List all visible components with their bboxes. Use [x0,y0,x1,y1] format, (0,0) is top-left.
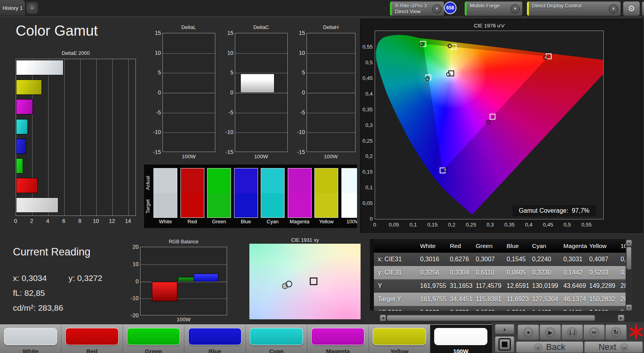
axis-tick-label: 4 [44,218,52,224]
source-dropdown[interactable]: Mobile Forge ▼ [464,1,523,16]
axis-tick-label: 10 [222,49,233,57]
table-cell: 5,2929 [420,306,439,311]
swatch-cyan [261,168,285,218]
tab-history-1[interactable]: History 1 [0,0,25,16]
add-tab-button[interactable]: + [26,2,38,14]
patch-button-green[interactable]: Green [123,325,184,353]
axis-tick-label: 0,25 [358,138,373,144]
refresh-button[interactable]: ↻ [605,324,627,340]
patch-button-blue[interactable]: Blue [184,325,246,353]
table-cell: 0,3304 [450,266,469,279]
axis-tick-label: 10 [150,49,161,57]
deltae-bar-blue [16,139,26,154]
table-header-Green: Green [476,239,492,253]
table-cell: 0,3016 [420,253,439,266]
axis-tick-label: -10 [222,128,233,136]
next-button[interactable]: Next » [584,341,643,353]
gridline [163,73,215,73]
table-cell: 0,8560 [476,306,495,311]
patch-window-button[interactable] [495,336,514,353]
swatch-actual [235,168,258,193]
table-cell: 0,4087 [589,253,608,266]
stop-icon: ■ [523,327,534,338]
axis-tick-label: 0,3 [358,122,373,128]
table-vertical-scrollbar[interactable]: ▲ ▼ [626,240,632,311]
collapse-panel-button[interactable]: ▲ [495,324,514,334]
swatch-actual [154,168,177,193]
overflow-button[interactable] [642,1,644,16]
patch-button-magenta[interactable]: Magenta [307,325,369,353]
table-cell: 3,2180 [589,306,608,311]
patch-button-red[interactable]: Red [61,325,123,353]
gridline [141,264,227,265]
axis-tick-label: 0,25 [464,222,478,228]
horizontal-scroll-thumb[interactable] [387,315,595,321]
scroll-down-icon[interactable]: ▼ [626,304,632,311]
target-marker-magenta [490,114,495,119]
axis-tick-label: 0,55 [579,222,594,228]
table-header-100W: 100W [621,239,626,253]
gridline [163,53,215,54]
swatch-target [235,193,258,218]
vertical-scroll-thumb[interactable] [626,247,631,270]
back-button[interactable]: « Back [516,341,583,353]
axis-tick-label: 20 [128,243,139,251]
continuous-mode-button[interactable]: ∞ [583,324,605,340]
table-cell: 283,9755 [621,293,626,306]
table-cell: 0,5203 [589,266,608,279]
table-header-Yellow: Yellow [589,239,606,253]
axis-tick-label: 14 [124,218,132,224]
scroll-left-icon[interactable]: ◀ [380,315,386,321]
gridline [128,59,129,215]
table-cell: 283,8638 [621,279,626,293]
settings-button[interactable]: ⚙ [623,1,640,16]
reading-x: x: 0,3034 [13,273,47,283]
gamut-coverage-value: 97,7% [572,207,589,214]
patch-button-cyan[interactable]: Cyan [246,325,307,353]
table-cell: 43,6469 [563,279,586,293]
table-cell: 2,1160 [563,306,582,311]
axis-tick-label: 10 [294,49,305,57]
table-cell: 0,3256 [420,266,439,279]
step-mode-button[interactable]: [‥] [561,324,583,340]
actual-target-swatch-panel: Actual Target WhiteRedGreenBlueCyanMagen… [144,165,357,228]
axis-tick-label: 15 [294,29,305,37]
rgb-balance-x-label: 100W [160,317,207,322]
axis-tick-label: 0 [222,89,233,96]
axis-tick-label: 0,5 [358,60,373,65]
display-control-dropdown[interactable]: Direct Display Control ▼ [527,1,621,16]
axis-tick-label: -10 [150,128,161,136]
patch-chip [311,328,364,345]
table-row: ΔE 20005,29292,67330,85601,25101,44292,1… [374,306,626,311]
deltae-bar-magenta [16,99,33,114]
rgb-balance-title: RGB Balance [160,239,207,244]
swatch-target [207,193,231,218]
axis-tick-label: 0,45 [541,222,556,228]
table-header-White: White [420,239,436,253]
meter-status-strip [390,2,392,16]
scroll-right-icon[interactable]: ▶ [618,315,624,321]
patch-button-white[interactable]: White [0,325,61,353]
stop-button[interactable]: ■ [518,324,539,340]
table-row-label: y: CIE31 [378,266,402,279]
table-cell: 0,2240 [532,253,551,266]
patch-button-yellow[interactable]: Yellow [369,325,430,353]
deltah-chart-title: DeltaH [307,24,354,30]
chevron-down-icon: ▼ [609,4,618,14]
meter-count-badge: 658 [444,2,456,14]
gridline [48,59,49,215]
table-cell: 161,9755 [420,293,446,306]
patch-button-100w[interactable]: 100W [430,325,492,353]
table-cell: 0,6276 [450,253,469,266]
target-point-icon [310,278,317,285]
target-row-label: Target [145,195,152,218]
play-button[interactable]: ▶ [539,324,561,340]
swatch-label: Blue [234,219,258,224]
axis-tick-label: 0,35 [358,107,373,112]
target-marker-yellow [451,44,456,49]
meter-dropdown[interactable]: X-Rite i1Pro 3 Direct View ▼ [390,1,444,16]
scroll-up-icon[interactable]: ▲ [626,240,632,246]
table-horizontal-scrollbar[interactable]: ◀ ▶ [380,315,624,321]
table-header-Blue: Blue [507,239,519,253]
gridline [307,53,355,54]
